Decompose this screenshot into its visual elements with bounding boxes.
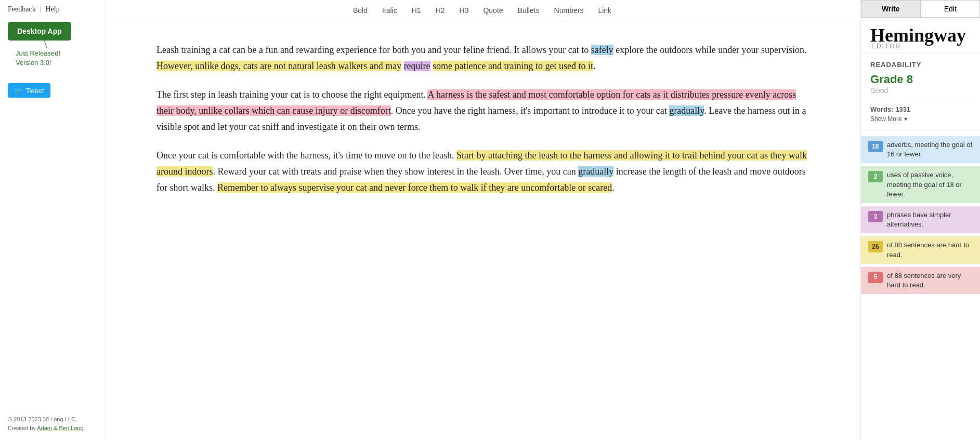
words-count: Words: 1331 (870, 105, 971, 113)
feedback-link[interactable]: Feedback (8, 5, 36, 14)
adverb-safely: safely (591, 45, 613, 55)
adam-ben-link[interactable]: Adam & Ben Long (37, 425, 83, 431)
tweet-label: Tweet (26, 87, 44, 95)
write-edit-tabs: Write Edit (861, 0, 980, 18)
logo-text: Hemingway (870, 26, 971, 45)
stat-badge-0: 16 (868, 141, 883, 152)
left-sidebar: Feedback | Help Desktop App Just Release… (0, 0, 104, 440)
hemingway-logo: Hemingway Editor (861, 18, 980, 53)
stat-badge-1: 2 (868, 171, 883, 182)
hard-sentence-1-end: some patience and training to get used t… (433, 61, 593, 71)
paragraph-3: Once your cat is comfortable with the ha… (156, 148, 808, 195)
stat-item-3: 26 of 88 sentences are hard to read. (861, 236, 980, 263)
stat-item-2: 3 phrases have simpler alternatives. (861, 206, 980, 233)
toolbar-link[interactable]: Link (598, 6, 611, 15)
main-editor-area: Bold Italic H1 H2 H3 Quote Bullets Numbe… (104, 0, 860, 440)
tweet-button[interactable]: 🐦 Tweet (8, 83, 50, 98)
help-link[interactable]: Help (45, 5, 59, 14)
footer-text: © 2013-2023 38 Long LLC. Created by Adam… (8, 415, 85, 432)
readability-label: Readability (870, 61, 971, 69)
stat-text-1: uses of passive voice, meeting the goal … (887, 170, 973, 199)
toolbar-numbers[interactable]: Numbers (554, 6, 584, 15)
stat-badge-3: 26 (868, 241, 883, 252)
write-tab[interactable]: Write (861, 0, 921, 18)
readability-section: Readability Grade 8 Good Words: 1331 Sho… (861, 53, 980, 131)
chevron-down-icon: ▾ (904, 115, 907, 123)
words-number: 1331 (895, 105, 910, 113)
stat-badge-2: 3 (868, 211, 883, 222)
hard-sentence-3: Start by attaching the leash to the harn… (156, 150, 807, 177)
adverb-gradually-1: gradually (669, 105, 704, 116)
show-more-button[interactable]: Show More ▾ (870, 115, 971, 123)
simpler-alt-require: require (404, 61, 430, 71)
toolbar-bullets[interactable]: Bullets (518, 6, 540, 15)
stat-badge-4: 5 (868, 272, 883, 283)
paragraph-1: Leash training a cat can be a fun and re… (156, 42, 808, 74)
hard-sentence-4: Remember to always supervise your cat an… (217, 182, 612, 193)
just-released-label: Just Released! Version 3.0! (16, 49, 60, 68)
stat-text-3: of 88 sentences are hard to read. (887, 241, 973, 259)
toolbar-h2[interactable]: H2 (436, 6, 445, 15)
divider: | (40, 5, 42, 14)
toolbar-italic[interactable]: Italic (382, 6, 397, 15)
stat-text-0: adverbs, meeting the goal of 16 or fewer… (887, 140, 973, 159)
stat-text-4: of 88 sentences are very hard to read. (887, 271, 973, 290)
right-sidebar: Write Edit Hemingway Editor Readability … (860, 0, 980, 440)
words-label: Words: (870, 105, 894, 113)
toolbar-bold[interactable]: Bold (353, 6, 368, 15)
stat-item-0: 16 adverbs, meeting the goal of 16 or fe… (861, 136, 980, 163)
toolbar-h1[interactable]: H1 (412, 6, 421, 15)
top-links: Feedback | Help (8, 5, 60, 14)
toolbar-quote[interactable]: Quote (483, 6, 503, 15)
toolbar: Bold Italic H1 H2 H3 Quote Bullets Numbe… (104, 0, 860, 21)
paragraph-2: The first step in leash training your ca… (156, 87, 808, 135)
grade-quality: Good (870, 86, 971, 95)
arrow-dashed-icon (36, 29, 57, 50)
edit-tab[interactable]: Edit (921, 0, 981, 18)
svg-marker-0 (46, 29, 47, 31)
stat-item-1: 2 uses of passive voice, meeting the goa… (861, 166, 980, 203)
stat-text-2: phrases have simpler alternatives. (887, 210, 973, 229)
stats-section: 16 adverbs, meeting the goal of 16 or fe… (861, 131, 980, 294)
grade-value: Grade 8 (870, 73, 971, 86)
adverb-gradually-2: gradually (578, 166, 613, 177)
hard-sentence-1-start: However, unlike dogs, cats are not natur… (156, 61, 401, 71)
stat-item-4: 5 of 88 sentences are very hard to read. (861, 267, 980, 294)
editor-content[interactable]: Leash training a cat can be a fun and re… (104, 21, 860, 440)
toolbar-h3[interactable]: H3 (460, 6, 469, 15)
twitter-icon: 🐦 (14, 86, 23, 95)
